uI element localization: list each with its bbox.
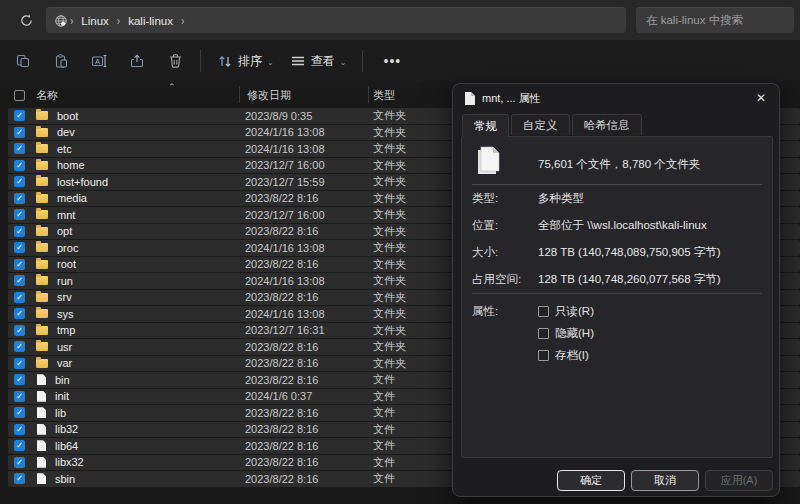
sort-icon: [217, 54, 233, 69]
file-type: 文件夹: [373, 158, 406, 173]
item-checkbox[interactable]: ✓: [14, 391, 25, 402]
breadcrumb-item[interactable]: kali-linux: [122, 15, 179, 27]
sort-button[interactable]: 排序 ⌄: [209, 46, 282, 76]
field-value: 多种类型: [538, 191, 584, 206]
file-type: 文件夹: [373, 257, 406, 272]
column-divider[interactable]: [368, 86, 369, 103]
column-header-type[interactable]: 类型: [373, 88, 395, 103]
item-checkbox[interactable]: ✓: [14, 242, 25, 253]
breadcrumb-chevron-icon: ›: [179, 14, 186, 27]
breadcrumb-item[interactable]: Linux: [75, 15, 115, 27]
toolbar-divider: [200, 50, 201, 72]
item-checkbox[interactable]: ✓: [14, 275, 25, 286]
refresh-icon: [19, 13, 34, 28]
item-checkbox[interactable]: ✓: [14, 308, 25, 319]
attribute-label: 隐藏(H): [555, 326, 594, 341]
file-name: init: [55, 390, 69, 402]
file-type: 文件: [373, 455, 395, 470]
item-checkbox[interactable]: ✓: [14, 440, 25, 451]
folder-icon: [36, 293, 48, 302]
column-header-date[interactable]: 修改日期: [247, 88, 291, 103]
file-icon: [37, 391, 46, 402]
file-date: 2023/8/22 8:16: [245, 473, 318, 485]
file-name: sys: [57, 308, 74, 320]
attribute-checkbox-row[interactable]: 只读(R): [538, 304, 594, 319]
file-date: 2023/8/22 8:16: [245, 225, 318, 237]
item-checkbox[interactable]: ✓: [14, 325, 25, 336]
item-checkbox[interactable]: ✓: [14, 209, 25, 220]
item-checkbox[interactable]: ✓: [14, 358, 25, 369]
column-header-row: 名称 ⌃ 修改日期 类型: [0, 84, 452, 108]
item-checkbox[interactable]: ✓: [14, 292, 25, 303]
ok-button[interactable]: 确定: [557, 470, 625, 491]
file-name: lib32: [55, 423, 78, 435]
item-checkbox[interactable]: ✓: [14, 176, 25, 187]
chevron-down-icon: ⌄: [267, 58, 274, 67]
file-type: 文件夹: [373, 191, 406, 206]
linux-globe-icon: [54, 14, 68, 28]
item-checkbox[interactable]: ✓: [14, 407, 25, 418]
file-name: opt: [57, 225, 72, 237]
search-input[interactable]: 在 kali-linux 中搜索: [636, 7, 794, 33]
item-checkbox[interactable]: ✓: [14, 259, 25, 270]
item-checkbox[interactable]: ✓: [14, 457, 25, 468]
cancel-button[interactable]: 取消: [631, 470, 699, 491]
checkbox-unchecked[interactable]: [538, 350, 549, 361]
field-value: 128 TB (140,748,260,077,568 字节): [538, 272, 721, 287]
file-date: 2023/8/9 0:35: [245, 110, 312, 122]
breadcrumb: ›Linux›kali-linux›: [68, 15, 186, 27]
paste-button[interactable]: [44, 46, 78, 76]
search-placeholder: 在 kali-linux 中搜索: [646, 13, 743, 28]
folder-icon: [36, 210, 48, 219]
folder-icon: [36, 144, 48, 153]
file-type: 文件夹: [373, 323, 406, 338]
attribute-label: 存档(I): [555, 348, 589, 363]
checkbox-unchecked[interactable]: [538, 306, 549, 317]
item-checkbox[interactable]: ✓: [14, 341, 25, 352]
file-date: 2023/8/22 8:16: [245, 357, 318, 369]
item-checkbox[interactable]: ✓: [14, 143, 25, 154]
item-checkbox[interactable]: ✓: [14, 424, 25, 435]
refresh-button[interactable]: [12, 8, 40, 32]
attribute-checkbox-row[interactable]: 隐藏(H): [538, 326, 594, 341]
view-button[interactable]: 查看 ⌄: [282, 46, 355, 76]
address-bar[interactable]: ›Linux›kali-linux›: [46, 7, 626, 33]
breadcrumb-chevron-icon: ›: [115, 14, 122, 27]
folder-icon: [36, 177, 48, 186]
close-button[interactable]: ✕: [749, 87, 773, 109]
item-checkbox[interactable]: ✓: [14, 193, 25, 204]
share-button[interactable]: [120, 46, 154, 76]
tab-自定义[interactable]: 自定义: [511, 114, 570, 135]
column-header-name[interactable]: 名称: [36, 88, 58, 103]
more-options-button[interactable]: •••: [375, 46, 409, 76]
folder-icon: [36, 260, 48, 269]
column-divider[interactable]: [239, 86, 240, 103]
tab-常规[interactable]: 常规: [462, 114, 509, 137]
item-checkbox[interactable]: ✓: [14, 110, 25, 121]
field-label: 占用空间:: [472, 272, 521, 287]
file-icon: [37, 457, 46, 468]
view-label: 查看: [311, 53, 335, 70]
item-checkbox[interactable]: ✓: [14, 374, 25, 385]
item-checkbox[interactable]: ✓: [14, 226, 25, 237]
tab-哈希信息[interactable]: 哈希信息: [572, 114, 642, 135]
file-date: 2023/8/22 8:16: [245, 291, 318, 303]
divider: [472, 293, 762, 294]
file-name: etc: [57, 143, 72, 155]
copy-button[interactable]: [6, 46, 40, 76]
item-checkbox[interactable]: ✓: [14, 160, 25, 171]
item-checkbox[interactable]: ✓: [14, 473, 25, 484]
folder-icon: [36, 359, 48, 368]
file-type: 文件夹: [373, 224, 406, 239]
file-icon: [37, 440, 46, 451]
select-all-checkbox[interactable]: [14, 90, 25, 101]
item-checkbox[interactable]: ✓: [14, 127, 25, 138]
apply-button: 应用(A): [705, 470, 773, 491]
checkbox-unchecked[interactable]: [538, 328, 549, 339]
delete-button[interactable]: [158, 46, 192, 76]
rename-button[interactable]: A: [82, 46, 116, 76]
file-date: 2023/8/22 8:16: [245, 440, 318, 452]
attribute-checkbox-row[interactable]: 存档(I): [538, 348, 589, 363]
attribute-label: 只读(R): [555, 304, 594, 319]
file-date: 2023/8/22 8:16: [245, 341, 318, 353]
